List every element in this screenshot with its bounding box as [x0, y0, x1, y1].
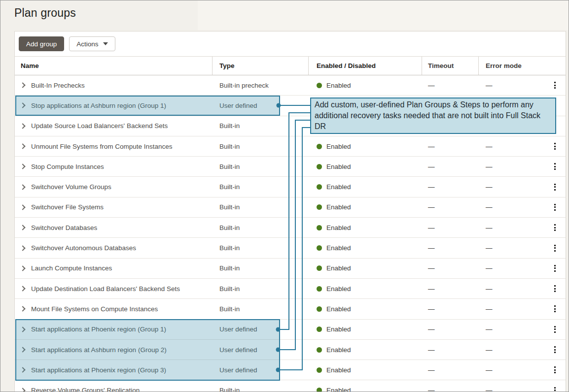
- status-label: Enabled: [326, 346, 351, 354]
- plan-group-name: Update Destination Load Balancers' Backe…: [31, 285, 180, 293]
- status-label: Enabled: [326, 326, 351, 333]
- expand-chevron-icon[interactable]: [20, 265, 25, 271]
- timeout-value: —: [428, 203, 435, 211]
- actions-button[interactable]: Actions: [69, 36, 115, 51]
- kebab-menu-icon[interactable]: [552, 263, 558, 274]
- status-enabled-icon: [317, 225, 322, 230]
- status-enabled-icon: [317, 286, 322, 292]
- timeout-value: —: [428, 305, 435, 313]
- expand-chevron-icon[interactable]: [20, 286, 25, 291]
- status-label: Enabled: [326, 264, 351, 272]
- status-label: Enabled: [326, 244, 351, 252]
- header-texture: [198, 0, 569, 30]
- timeout-value: —: [428, 244, 435, 252]
- kebab-menu-icon[interactable]: [552, 161, 558, 172]
- plan-group-type: Built-in: [219, 143, 240, 150]
- highlight-box-stop-applications-row: [15, 96, 280, 116]
- status-label: Enabled: [326, 305, 351, 313]
- column-header-name: Name: [15, 57, 213, 75]
- plan-group-name: Unmount File Systems from Compute Instan…: [31, 143, 173, 150]
- error-mode-value: —: [486, 264, 493, 272]
- expand-chevron-icon[interactable]: [20, 82, 25, 88]
- kebab-menu-icon[interactable]: [552, 385, 558, 392]
- kebab-menu-icon[interactable]: [552, 80, 558, 91]
- error-mode-value: —: [486, 203, 493, 211]
- expand-chevron-icon[interactable]: [20, 184, 25, 190]
- column-header-error-mode: Error mode: [479, 57, 544, 75]
- kebab-menu-icon[interactable]: [552, 182, 558, 193]
- annotation-text: Add custom, user-defined Plan Groups & S…: [315, 100, 540, 131]
- status-label: Enabled: [326, 163, 351, 170]
- status-label: Enabled: [326, 387, 351, 392]
- table-row: Switchover File SystemsBuilt-inEnabled——: [15, 197, 566, 218]
- toolbar: Add group Actions: [15, 32, 566, 56]
- kebab-menu-icon[interactable]: [552, 202, 558, 213]
- plan-group-type: Built-in: [219, 264, 240, 272]
- plan-group-name: Reverse Volume Groups' Replication: [31, 387, 140, 392]
- error-mode-value: —: [486, 244, 493, 252]
- plan-group-type: Built-in: [219, 224, 240, 231]
- timeout-value: —: [428, 143, 435, 150]
- expand-chevron-icon[interactable]: [20, 245, 25, 251]
- page-title: Plan groups: [14, 6, 76, 20]
- page-header: Plan groups: [0, 0, 569, 31]
- table-row: Switchover DatabasesBuilt-inEnabled——: [15, 218, 566, 238]
- table-row: Switchover Volume GroupsBuilt-inEnabled—…: [15, 177, 566, 197]
- add-group-button[interactable]: Add group: [19, 36, 64, 51]
- expand-chevron-icon[interactable]: [20, 225, 25, 230]
- kebab-menu-icon[interactable]: [552, 243, 558, 254]
- plan-group-type: Built-in: [219, 244, 240, 252]
- timeout-value: —: [428, 264, 435, 272]
- plan-group-type: Built-in: [219, 122, 240, 130]
- plan-group-name: Switchover File Systems: [31, 203, 104, 211]
- error-mode-value: —: [486, 183, 493, 191]
- expand-chevron-icon[interactable]: [20, 164, 25, 169]
- kebab-menu-icon[interactable]: [552, 344, 558, 355]
- kebab-menu-icon[interactable]: [552, 324, 558, 335]
- timeout-value: —: [428, 163, 435, 170]
- plan-group-name: Update Source Load Balancers' Backend Se…: [31, 122, 168, 130]
- timeout-value: —: [428, 387, 435, 392]
- kebab-menu-icon[interactable]: [552, 364, 558, 375]
- kebab-menu-icon[interactable]: [552, 222, 558, 233]
- plan-group-name: Stop Compute Instances: [31, 163, 104, 170]
- kebab-menu-icon[interactable]: [552, 283, 558, 294]
- status-enabled-icon: [317, 164, 322, 169]
- error-mode-value: —: [486, 163, 493, 170]
- timeout-value: —: [428, 82, 435, 89]
- error-mode-value: —: [486, 224, 493, 231]
- timeout-value: —: [428, 224, 435, 231]
- expand-chevron-icon[interactable]: [20, 388, 25, 392]
- plan-group-name: Launch Compute Instances: [31, 264, 112, 272]
- plan-group-type: Built-in precheck: [219, 82, 269, 89]
- plan-group-name: Mount File Systems on Compute Instances: [31, 305, 158, 313]
- kebab-menu-icon[interactable]: [552, 141, 558, 152]
- column-header-timeout: Timeout: [422, 57, 479, 75]
- expand-chevron-icon[interactable]: [20, 143, 25, 149]
- status-enabled-icon: [317, 306, 322, 312]
- timeout-value: —: [428, 346, 435, 354]
- table-row: Stop Compute InstancesBuilt-inEnabled——: [15, 157, 566, 177]
- plan-group-type: Built-in: [219, 285, 240, 293]
- column-header-actions: [544, 57, 566, 75]
- plan-group-type: Built-in: [219, 183, 240, 191]
- expand-chevron-icon[interactable]: [20, 306, 25, 312]
- error-mode-value: —: [486, 82, 493, 89]
- column-header-enabled: Enabled / Disabled: [309, 57, 422, 75]
- error-mode-value: —: [486, 346, 493, 354]
- plan-group-type: Built-in: [219, 163, 240, 170]
- table-row: Unmount File Systems from Compute Instan…: [15, 136, 566, 157]
- plan-group-type: Built-in: [219, 387, 240, 392]
- status-enabled-icon: [317, 265, 322, 271]
- status-enabled-icon: [317, 245, 322, 251]
- status-label: Enabled: [326, 183, 351, 191]
- timeout-value: —: [428, 183, 435, 191]
- expand-chevron-icon[interactable]: [20, 204, 25, 210]
- status-enabled-icon: [317, 144, 322, 149]
- timeout-value: —: [428, 366, 435, 374]
- status-label: Enabled: [326, 143, 351, 150]
- expand-chevron-icon[interactable]: [20, 123, 25, 129]
- status-label: Enabled: [326, 366, 351, 374]
- kebab-menu-icon[interactable]: [552, 303, 558, 314]
- plan-group-type: Built-in: [219, 305, 240, 313]
